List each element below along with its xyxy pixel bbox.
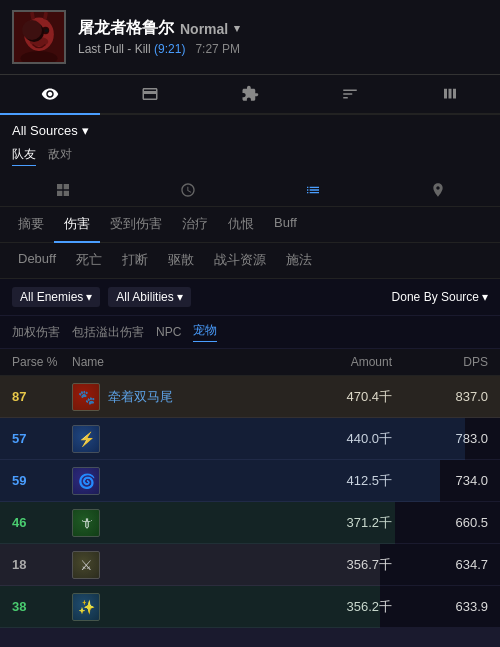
col-parse: 46 — [12, 515, 72, 530]
boss-avatar-image — [14, 12, 64, 62]
top-nav-list[interactable] — [300, 75, 400, 115]
done-by-label: Done By Source — [392, 290, 479, 304]
table-body: 87🐾牵着双马尾470.4千837.057⚡440.0千783.059🌀412.… — [0, 376, 500, 628]
col-amount: 356.2千 — [308, 598, 408, 616]
col-amount: 412.5千 — [308, 472, 408, 490]
top-nav — [0, 75, 500, 115]
col-dps: 837.0 — [408, 389, 488, 404]
sub-nav-clock[interactable] — [125, 174, 250, 206]
top-nav-grid[interactable] — [400, 75, 500, 115]
tabs-row-2: Debuff 死亡 打断 驱散 战斗资源 施法 — [0, 243, 500, 279]
tab-friend[interactable]: 队友 — [12, 144, 36, 166]
svg-point-4 — [32, 29, 36, 33]
col-dps: 633.9 — [408, 599, 488, 614]
col-amount: 470.4千 — [308, 388, 408, 406]
table-row[interactable]: 57⚡440.0千783.0 — [0, 418, 500, 460]
sources-dropdown[interactable]: All Sources ▾ — [12, 123, 89, 138]
enemies-arrow: ▾ — [86, 290, 92, 304]
table-header: Parse % Name Amount DPS — [0, 349, 500, 376]
col-parse: 59 — [12, 473, 72, 488]
col-amount: 356.7千 — [308, 556, 408, 574]
tab-buff[interactable]: Buff — [264, 207, 307, 243]
sub-filter-npc[interactable]: NPC — [156, 325, 181, 339]
enemies-label: All Enemies — [20, 290, 83, 304]
tab-debuff[interactable]: Debuff — [8, 243, 66, 279]
top-nav-puzzle[interactable] — [200, 75, 300, 115]
done-by-dropdown[interactable]: Done By Source ▾ — [392, 290, 488, 304]
col-name: 🐾牵着双马尾 — [72, 383, 308, 411]
grid3-icon — [55, 182, 71, 198]
difficulty-label: Normal — [180, 21, 228, 37]
done-by-arrow: ▾ — [482, 290, 488, 304]
difficulty-dropdown-arrow[interactable]: ▾ — [234, 22, 240, 35]
lines-icon — [305, 182, 321, 198]
svg-point-2 — [29, 27, 36, 34]
sources-row: All Sources ▾ — [0, 115, 500, 142]
col-header-amount[interactable]: Amount — [308, 355, 408, 369]
sources-label: All Sources — [12, 123, 78, 138]
card-icon — [141, 85, 159, 103]
sub-nav-lines[interactable] — [250, 174, 375, 206]
col-parse: 18 — [12, 557, 72, 572]
tab-summary[interactable]: 摘要 — [8, 207, 54, 243]
col-name: ⚡ — [72, 425, 308, 453]
sources-arrow: ▾ — [82, 123, 89, 138]
col-name: 🗡 — [72, 509, 308, 537]
sub-filter-weighted[interactable]: 加权伤害 — [12, 324, 60, 341]
col-parse: 57 — [12, 431, 72, 446]
tab-threat[interactable]: 仇恨 — [218, 207, 264, 243]
tab-damage[interactable]: 伤害 — [54, 207, 100, 243]
sub-filter-overflow[interactable]: 包括溢出伤害 — [72, 324, 144, 341]
puzzle-icon — [241, 85, 259, 103]
tab-dispel[interactable]: 驱散 — [158, 243, 204, 279]
enemies-dropdown[interactable]: All Enemies ▾ — [12, 287, 100, 307]
sub-nav-grid[interactable] — [0, 174, 125, 206]
col-dps: 660.5 — [408, 515, 488, 530]
table-row[interactable]: 38✨356.2千633.9 — [0, 586, 500, 628]
header: 屠龙者格鲁尔 Normal ▾ Last Pull - Kill (9:21) … — [0, 0, 500, 75]
tab-resources[interactable]: 战斗资源 — [204, 243, 276, 279]
tab-damage-taken[interactable]: 受到伤害 — [100, 207, 172, 243]
row-icon: ⚡ — [72, 425, 100, 453]
col-header-name[interactable]: Name — [72, 355, 308, 369]
header-info: 屠龙者格鲁尔 Normal ▾ Last Pull - Kill (9:21) … — [78, 18, 488, 56]
col-parse: 38 — [12, 599, 72, 614]
col-name: ✨ — [72, 593, 308, 621]
boss-avatar — [12, 10, 66, 64]
table-row[interactable]: 59🌀412.5千734.0 — [0, 460, 500, 502]
last-pull-label: Last Pull - Kill — [78, 42, 151, 56]
tab-cast[interactable]: 施法 — [276, 243, 322, 279]
table-row[interactable]: 87🐾牵着双马尾470.4千837.0 — [0, 376, 500, 418]
col-header-dps[interactable]: DPS — [408, 355, 488, 369]
sub-nav-pin[interactable] — [375, 174, 500, 206]
abilities-label: All Abilities — [116, 290, 173, 304]
tab-healing[interactable]: 治疗 — [172, 207, 218, 243]
header-subtitle: Last Pull - Kill (9:21) 7:27 PM — [78, 42, 488, 56]
header-title: 屠龙者格鲁尔 Normal ▾ — [78, 18, 488, 39]
row-icon: 🗡 — [72, 509, 100, 537]
col-amount: 440.0千 — [308, 430, 408, 448]
row-icon: ✨ — [72, 593, 100, 621]
sub-filter-row: 加权伤害 包括溢出伤害 NPC 宠物 — [0, 316, 500, 349]
table-row[interactable]: 46🗡371.2千660.5 — [0, 502, 500, 544]
sub-nav — [0, 174, 500, 207]
svg-point-5 — [45, 29, 49, 33]
tab-enemy[interactable]: 敌对 — [48, 144, 72, 166]
sort-icon — [341, 85, 359, 103]
sub-filter-pet[interactable]: 宠物 — [193, 322, 217, 342]
col-dps: 634.7 — [408, 557, 488, 572]
row-name-text: 牵着双马尾 — [108, 388, 173, 406]
tab-death[interactable]: 死亡 — [66, 243, 112, 279]
friend-enemy-row: 队友 敌对 — [0, 142, 500, 174]
top-nav-card[interactable] — [100, 75, 200, 115]
abilities-dropdown[interactable]: All Abilities ▾ — [108, 287, 190, 307]
tab-interrupt[interactable]: 打断 — [112, 243, 158, 279]
table-row[interactable]: 18⚔356.7千634.7 — [0, 544, 500, 586]
row-icon: ⚔ — [72, 551, 100, 579]
pin-icon — [430, 182, 446, 198]
abilities-arrow: ▾ — [177, 290, 183, 304]
row-icon: 🌀 — [72, 467, 100, 495]
top-nav-eye[interactable] — [0, 75, 100, 115]
col-header-parse[interactable]: Parse % — [12, 355, 72, 369]
kill-time: (9:21) — [154, 42, 185, 56]
